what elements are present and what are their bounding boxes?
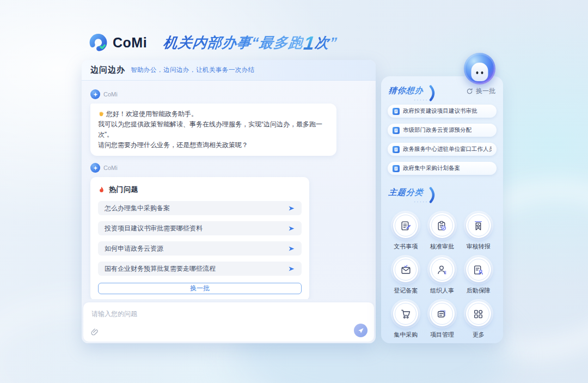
doc-person-icon [466, 257, 491, 282]
bookmark-star-icon [466, 213, 491, 238]
sidebar: 猜你想办 换一批 政府投资建设项目建议书审批 市级部门政务云资源预分配 [381, 76, 503, 343]
arrow-right-icon [288, 265, 295, 272]
bot-label-row: CoMi [90, 89, 367, 99]
hot-question-item[interactable]: 投资项目建议书审批需要哪些资料 [98, 221, 302, 235]
mascot-avatar[interactable] [464, 53, 495, 84]
flame-icon [98, 186, 105, 193]
dots-decoration [414, 196, 428, 206]
arrow-right-icon [288, 205, 295, 212]
doc-badge-icon [393, 146, 400, 153]
octopus-face [471, 63, 488, 81]
bot-sparkle-icon [90, 163, 100, 173]
envelope-check-icon [393, 257, 418, 282]
hot-refresh-button[interactable]: 换一批 [98, 283, 302, 294]
doc-badge-icon [393, 127, 400, 134]
chat-panel: 边问边办 智助办公，边问边办，让机关事务一次办结 CoMi 您好！欢迎使用智能政… [82, 60, 376, 343]
hot-questions-card: 热门问题 怎么办理集中采购备案 投资项目建议书审批需要哪些资料 如何申请政务云资… [90, 177, 309, 299]
chat-header: 边问边办 智助办公，边问边办，让机关事务一次办结 [82, 60, 376, 81]
topic-item-more[interactable]: 更多 [461, 301, 497, 339]
topic-item-review[interactable]: 审核转报 [461, 213, 497, 251]
logo-text: CoMi [113, 35, 147, 51]
hot-question-item[interactable]: 如何申请政务云资源 [98, 241, 302, 256]
topic-item-approval[interactable]: 核准审批 [424, 213, 460, 251]
hot-question-item[interactable]: 怎么办理集中采购备案 [98, 201, 302, 215]
chat-header-subtitle: 智助办公，边问边办，让机关事务一次办结 [131, 66, 255, 74]
chat-input-area [83, 302, 374, 342]
guess-list-item[interactable]: 市级部门政务云资源预分配 [388, 124, 497, 137]
hot-question-item[interactable]: 国有企业财务预算批复需要走哪些流程 [98, 262, 302, 276]
grid-more-icon [466, 301, 491, 326]
app-window: CoMi 机关内部办事“最多跑 1 次” 边问边办 智助办公，边问边办，让机关事… [0, 0, 588, 383]
hot-questions-header: 热门问题 [98, 185, 302, 194]
question-input[interactable] [91, 310, 320, 318]
welcome-line: 我可以为您提供政策智能解读、事务在线办理服务，实现“边问边办，最多跑一次”。 [98, 119, 329, 140]
cards-icon [430, 301, 455, 326]
bot-sparkle-icon [90, 89, 100, 99]
bot-name: CoMi [103, 91, 118, 98]
wave-hand-icon [98, 110, 105, 117]
hot-questions-title: 热门问题 [109, 185, 138, 194]
bot-label-row: CoMi [90, 163, 367, 173]
arrow-right-icon [288, 225, 295, 232]
arc-decoration [429, 85, 437, 101]
welcome-line: 您好！欢迎使用智能政务助手。 [106, 110, 198, 118]
topic-item-projects[interactable]: 项目管理 [424, 301, 460, 339]
refresh-icon [466, 88, 473, 95]
clipboard-check-icon [430, 213, 455, 238]
welcome-message-bubble: 您好！欢迎使用智能政务助手。 我可以为您提供政策智能解读、事务在线办理服务，实现… [90, 104, 336, 156]
page-title: 机关内部办事“最多跑 1 次” [162, 33, 339, 52]
topic-item-procurement[interactable]: 集中采购 [388, 301, 424, 339]
topic-item-registration[interactable]: 登记备案 [388, 257, 424, 295]
guess-list-item[interactable]: 政务服务中心进驻单位窗口工作人员调整 [388, 143, 497, 156]
brand-header: CoMi 机关内部办事“最多跑 1 次” [88, 31, 338, 54]
topic-item-logistics[interactable]: 后勤保障 [461, 257, 497, 295]
chat-header-title: 边问边办 [90, 65, 125, 75]
doc-edit-icon [393, 213, 418, 238]
arc-decoration [429, 187, 437, 203]
doc-badge-icon [393, 165, 400, 172]
guess-list-item[interactable]: 政府集中采购计划备案 [388, 162, 497, 175]
guess-list-item[interactable]: 政府投资建设项目建议书审批 [388, 105, 497, 118]
cart-icon [393, 301, 418, 326]
person-icon [430, 257, 455, 282]
welcome-line: 请问您需要办理什么业务，还是想查询相关政策呢？ [98, 140, 329, 150]
send-button[interactable] [354, 324, 367, 337]
paperclip-icon[interactable] [91, 328, 100, 337]
chat-body: CoMi 您好！欢迎使用智能政务助手。 我可以为您提供政策智能解读、事务在线办理… [82, 81, 376, 299]
guess-refresh-button[interactable]: 换一批 [466, 87, 495, 96]
comi-logo-icon [88, 33, 108, 53]
topics-grid: 文书事项 核准审批 审核转报 登记备案 [388, 213, 497, 339]
topic-item-personnel[interactable]: 组织人事 [424, 257, 460, 295]
doc-badge-icon [393, 108, 400, 115]
topic-item-docs[interactable]: 文书事项 [388, 213, 424, 251]
topics-section-header: 主题分类 [388, 187, 497, 206]
dots-decoration [414, 94, 428, 104]
guess-section-header: 猜你想办 换一批 [388, 85, 497, 105]
bot-name: CoMi [103, 165, 118, 171]
arrow-right-icon [288, 245, 295, 252]
